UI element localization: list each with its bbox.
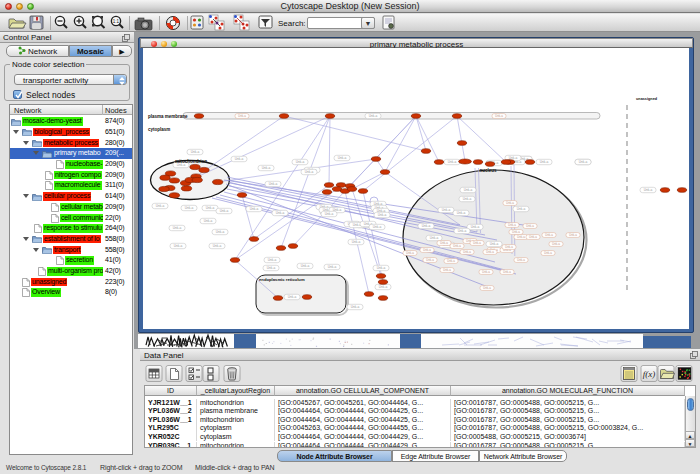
svg-text:Unk-a: Unk-a	[288, 295, 297, 299]
svg-text:Unk-a: Unk-a	[517, 258, 525, 262]
svg-text:Unk-a: Unk-a	[351, 305, 360, 309]
svg-text:Unk-a: Unk-a	[447, 259, 455, 263]
svg-text:1:1: 1:1	[113, 19, 120, 24]
svg-text:Unk-a: Unk-a	[495, 114, 503, 118]
svg-text:f(x): f(x)	[643, 369, 656, 379]
svg-text:cytoplasm: cytoplasm	[148, 127, 170, 132]
svg-text:Unk-a: Unk-a	[458, 229, 467, 233]
svg-text:Unk-a: Unk-a	[276, 211, 285, 215]
svg-text:Unk-a: Unk-a	[174, 244, 183, 248]
svg-text:Unk-a: Unk-a	[378, 213, 387, 217]
svg-text:mitochondrion: mitochondrion	[175, 159, 207, 164]
svg-text:Unk-a: Unk-a	[569, 233, 577, 237]
svg-text:Unk-a: Unk-a	[471, 225, 480, 229]
svg-text:nucleus: nucleus	[480, 168, 498, 173]
svg-text:Unk-a: Unk-a	[442, 208, 451, 212]
svg-text:Unk-a: Unk-a	[305, 170, 314, 174]
svg-text:Unk-a: Unk-a	[268, 258, 277, 262]
svg-text:Unk-a: Unk-a	[238, 114, 246, 118]
svg-text:Unk-a: Unk-a	[540, 160, 549, 164]
svg-text:Unk-a: Unk-a	[440, 241, 448, 245]
svg-text:Unk-a: Unk-a	[473, 241, 481, 245]
svg-text:Unk-a: Unk-a	[482, 270, 490, 274]
svg-text:Unk-a: Unk-a	[486, 250, 494, 254]
svg-text:Unk-a: Unk-a	[250, 207, 259, 211]
svg-text:Unk-a: Unk-a	[464, 188, 473, 192]
svg-text:Unk-a: Unk-a	[463, 250, 471, 254]
svg-text:Unk-a: Unk-a	[457, 211, 466, 215]
svg-text:Unk-a: Unk-a	[430, 236, 439, 240]
svg-text:Unk-a: Unk-a	[269, 182, 278, 186]
svg-text:Unk-a: Unk-a	[443, 268, 451, 272]
svg-text:Unk-a: Unk-a	[262, 166, 271, 170]
svg-text:Unk-a: Unk-a	[301, 264, 310, 268]
svg-text:Unk-a: Unk-a	[423, 248, 431, 252]
svg-text:Unk-a: Unk-a	[156, 204, 165, 208]
svg-text:Unk-a: Unk-a	[373, 225, 382, 229]
svg-text:Unk-a: Unk-a	[545, 233, 553, 237]
svg-text:Unk-a: Unk-a	[448, 160, 457, 164]
svg-text:Unk-a: Unk-a	[220, 209, 229, 213]
svg-text:Unk-a: Unk-a	[328, 265, 337, 269]
svg-text:Unk-a: Unk-a	[517, 235, 525, 239]
svg-text:Unk-a: Unk-a	[325, 212, 334, 216]
svg-text:Unk-a: Unk-a	[206, 206, 215, 210]
svg-text:Unk-a: Unk-a	[579, 160, 588, 164]
svg-text:Unk-a: Unk-a	[216, 230, 225, 234]
svg-text:Unk-a: Unk-a	[544, 251, 552, 255]
svg-text:Unk-a: Unk-a	[506, 201, 514, 205]
svg-text:Unk-a: Unk-a	[490, 242, 499, 246]
svg-text:Unk-a: Unk-a	[338, 156, 347, 160]
svg-text:Unk-a: Unk-a	[529, 235, 537, 239]
svg-text:Unk-a: Unk-a	[422, 224, 431, 228]
svg-text:Unk-a: Unk-a	[453, 244, 461, 248]
svg-text:Unk-a: Unk-a	[503, 270, 511, 274]
svg-text:Unk-a: Unk-a	[369, 114, 378, 118]
svg-text:Unk-a: Unk-a	[552, 242, 560, 246]
svg-text:Unk-a: Unk-a	[644, 188, 653, 192]
svg-text:Unk-a: Unk-a	[296, 160, 305, 164]
svg-text:Unk-a: Unk-a	[352, 240, 361, 244]
svg-text:plasma membrane: plasma membrane	[148, 114, 188, 119]
svg-text:Unk-a: Unk-a	[267, 266, 276, 270]
svg-text:Unk-a: Unk-a	[463, 197, 472, 201]
svg-text:Unk-a: Unk-a	[204, 219, 213, 223]
svg-text:Unk-a: Unk-a	[483, 286, 491, 290]
svg-text:Unk-a: Unk-a	[213, 244, 222, 248]
svg-text:Unk-a: Unk-a	[512, 230, 520, 234]
svg-text:Unk-a: Unk-a	[526, 224, 534, 228]
svg-text:Unk-a: Unk-a	[505, 245, 513, 249]
svg-text:Unk-a: Unk-a	[173, 226, 182, 230]
svg-text:Unk-a: Unk-a	[406, 251, 414, 255]
svg-text:Unk-a: Unk-a	[235, 157, 244, 161]
svg-text:Unk-a: Unk-a	[426, 258, 434, 262]
svg-text:Unk-a: Unk-a	[517, 207, 526, 211]
svg-text:Unk-a: Unk-a	[379, 285, 388, 289]
svg-text:Unk-a: Unk-a	[377, 266, 386, 270]
svg-text:Unk-a: Unk-a	[185, 206, 194, 210]
svg-text:endoplasmic reticulum: endoplasmic reticulum	[259, 277, 305, 282]
svg-text:Unk-a: Unk-a	[191, 150, 200, 154]
svg-text:Unk-a: Unk-a	[508, 223, 516, 227]
svg-text:unassigned: unassigned	[636, 97, 658, 101]
